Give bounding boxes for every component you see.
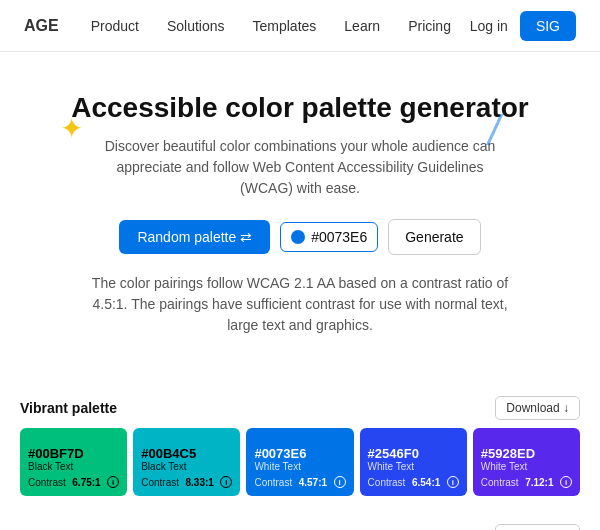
- swatch-hex: #2546F0: [368, 446, 459, 461]
- curve-icon: /: [488, 107, 500, 155]
- hero-section: ✦ / Accessible color palette generator D…: [0, 52, 600, 384]
- mono-palette-header: Monochromatic palette Download ↓: [20, 524, 580, 530]
- swatch-label: White Text: [254, 461, 345, 472]
- vibrant-swatches: #00BF7D Black Text Contrast 6.75:1 i #00…: [20, 428, 580, 496]
- swatch-hex: #5928ED: [481, 446, 572, 461]
- info-icon: i: [107, 476, 119, 488]
- vibrant-palette-title: Vibrant palette: [20, 400, 117, 416]
- color-swatch-dot: [291, 230, 305, 244]
- swatch-0073E6-v: #0073E6 White Text Contrast 4.57:1 i: [246, 428, 353, 496]
- swatch-hex: #00B4C5: [141, 446, 232, 461]
- monochromatic-palette-section: Monochromatic palette Download ↓ #B3C7F7…: [0, 512, 600, 530]
- swatch-label: White Text: [368, 461, 459, 472]
- nav-signup-button[interactable]: SIG: [520, 11, 576, 41]
- info-icon: i: [560, 476, 572, 488]
- navbar: AGE Product Solutions Templates Learn Pr…: [0, 0, 600, 52]
- nav-logo: AGE: [24, 17, 59, 35]
- vibrant-palette-section: Vibrant palette Download ↓ #00BF7D Black…: [0, 384, 600, 502]
- nav-links: Product Solutions Templates Learn Pricin…: [91, 18, 470, 34]
- nav-link-solutions[interactable]: Solutions: [167, 18, 225, 34]
- swatch-2546F0: #2546F0 White Text Contrast 6.54:1 i: [360, 428, 467, 496]
- star-icon: ✦: [60, 112, 83, 145]
- nav-link-templates[interactable]: Templates: [253, 18, 317, 34]
- hero-note: The color pairings follow WCAG 2.1 AA ba…: [90, 273, 510, 336]
- color-hex-value: #0073E6: [311, 229, 367, 245]
- swatch-5928ED: #5928ED White Text Contrast 7.12:1 i: [473, 428, 580, 496]
- swatch-hex: #00BF7D: [28, 446, 119, 461]
- mono-download-button[interactable]: Download ↓: [495, 524, 580, 530]
- swatch-label: White Text: [481, 461, 572, 472]
- generate-button[interactable]: Generate: [388, 219, 480, 255]
- swatch-00B4C5: #00B4C5 Black Text Contrast 8.33:1 i: [133, 428, 240, 496]
- info-icon: i: [447, 476, 459, 488]
- info-icon: i: [334, 476, 346, 488]
- vibrant-palette-header: Vibrant palette Download ↓: [20, 396, 580, 420]
- nav-link-learn[interactable]: Learn: [344, 18, 380, 34]
- nav-link-product[interactable]: Product: [91, 18, 139, 34]
- random-palette-button[interactable]: Random palette ⇄: [119, 220, 270, 254]
- swatch-label: Black Text: [141, 461, 232, 472]
- hero-controls: Random palette ⇄ #0073E6 Generate: [20, 219, 580, 255]
- swatch-hex: #0073E6: [254, 446, 345, 461]
- nav-link-pricing[interactable]: Pricing: [408, 18, 451, 34]
- hero-description: Discover beautiful color combinations yo…: [90, 136, 510, 199]
- nav-login[interactable]: Log in: [470, 18, 508, 34]
- nav-actions: Log in SIG: [470, 11, 576, 41]
- swatch-label: Black Text: [28, 461, 119, 472]
- vibrant-download-button[interactable]: Download ↓: [495, 396, 580, 420]
- color-input-wrap[interactable]: #0073E6: [280, 222, 378, 252]
- info-icon: i: [220, 476, 232, 488]
- swatch-00BF7D: #00BF7D Black Text Contrast 6.75:1 i: [20, 428, 127, 496]
